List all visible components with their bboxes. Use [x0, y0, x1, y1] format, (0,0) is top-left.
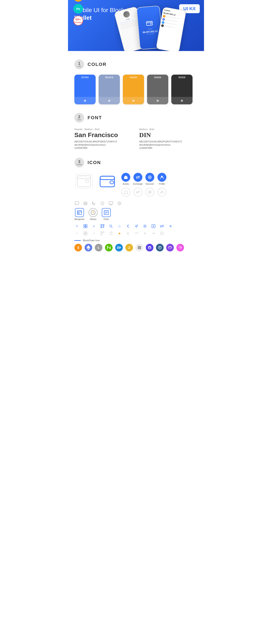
chevron-left-gray-icon [126, 231, 130, 236]
svg-rect-22 [109, 202, 113, 204]
svg-rect-51 [84, 232, 85, 233]
swap-icon [160, 224, 164, 229]
profile-outline-icon [158, 188, 166, 196]
hero-badges: Ps 60+ Screens [73, 0, 83, 26]
nav-icon-exchange-outline [133, 188, 142, 196]
svg-point-25 [119, 202, 120, 203]
check-gray-icon: ✓ [92, 231, 96, 236]
svg-rect-19 [75, 202, 79, 204]
svg-marker-62 [86, 248, 90, 250]
icon-section-header: 3 THREE ICON [74, 158, 198, 168]
discover-icon [145, 173, 154, 182]
svg-rect-55 [101, 232, 102, 233]
svg-point-65 [140, 246, 141, 247]
icon-section: Assets Exchange [74, 173, 198, 252]
color-section-header: 1 ONE COLOR [74, 60, 198, 69]
info-gray-icon [160, 231, 164, 236]
hero-section: Mobile UI for Blockchain Wallet UI Kit P… [68, 0, 204, 51]
wallet-icon-blue [98, 173, 117, 190]
moon-icon [92, 201, 96, 206]
icon-title: ICON [88, 160, 101, 165]
svg-point-69 [138, 248, 139, 249]
phone-mockups: Profile myW [115, 2, 204, 51]
layers-icon [83, 201, 88, 206]
small-icons-blue-row: + ✓ ☆ [74, 224, 198, 229]
svg-rect-37 [86, 226, 87, 228]
management-icon [75, 208, 84, 217]
crypto-bitcoin: ₿ [74, 244, 82, 252]
chevron-left-icon [126, 224, 130, 229]
svg-point-21 [101, 202, 104, 205]
font-block-din: Medium · Bold DIN ABCDEFGHIJKLMNOPQRSTUV… [139, 128, 198, 149]
font-block-sf: Regular · Medium · Bold San Francisco AB… [74, 128, 133, 149]
crypto-dash [115, 244, 123, 252]
assets-outline-icon [121, 188, 130, 196]
svg-point-13 [149, 176, 150, 178]
section-number-3: 3 THREE [74, 158, 84, 168]
svg-point-70 [139, 248, 140, 249]
ps-badge: Ps [73, 4, 83, 14]
svg-rect-8 [100, 176, 114, 180]
svg-rect-52 [86, 232, 87, 233]
color-title: COLOR [88, 62, 106, 67]
font-title: FONT [88, 115, 102, 120]
sketch-badge [73, 0, 83, 2]
discover-outline-icon [145, 188, 154, 196]
nav-icons-filled: Assets Exchange [121, 173, 166, 196]
svg-rect-36 [84, 226, 85, 228]
svg-rect-53 [84, 234, 85, 235]
font-section-header: 2 TWO FONT [74, 113, 198, 123]
svg-rect-57 [101, 234, 102, 235]
svg-point-68 [140, 247, 141, 248]
crypto-ethereum [84, 244, 92, 252]
chat2-icon [108, 201, 114, 206]
nav-icon-assets-outline [121, 188, 130, 196]
svg-rect-1 [146, 21, 152, 23]
svg-line-48 [112, 227, 112, 228]
exchange-outline-icon [134, 188, 142, 196]
chat-icon [74, 201, 80, 206]
nav-icon-profile: Profile [157, 173, 166, 185]
nav-icon-profile-outline [157, 188, 166, 196]
svg-rect-5 [77, 176, 90, 179]
mgmt-icon-history: History [88, 208, 98, 220]
crypto-stratis [146, 244, 154, 252]
profile-icon [158, 173, 166, 182]
check-icon: ✓ [92, 224, 96, 229]
mgmt-icon-order: Order [102, 208, 111, 220]
qr-icon [100, 224, 105, 229]
settings-icon [142, 224, 148, 229]
svg-rect-11 [125, 178, 126, 179]
swatch-blue: 3574FA [74, 74, 96, 104]
section-number-1: 1 ONE [74, 60, 84, 69]
history-icon [88, 208, 98, 217]
swatch-black: 303030 [171, 74, 192, 104]
svg-rect-43 [101, 227, 102, 228]
small-icons-gray-row: + ✓ ★ ✕ [74, 231, 198, 236]
swatch-dark-gray: 666666 [147, 74, 168, 104]
nav-icon-assets: Assets [121, 173, 130, 185]
crypto-iota [136, 244, 143, 252]
svg-point-64 [139, 246, 140, 247]
svg-point-2 [150, 23, 152, 24]
svg-rect-42 [103, 225, 104, 225]
phone-mockup-3: myWallet + $6,297,502.12 ₿ ♦ [156, 7, 186, 51]
svg-point-16 [148, 191, 151, 194]
star-filled-icon: ★ [117, 231, 122, 236]
color-swatches: 3574FA 8DA0C8 F5A623 666666 303030 [74, 74, 198, 104]
crypto-matic [166, 244, 174, 252]
svg-rect-27 [77, 211, 82, 212]
crypto-aragon [156, 244, 164, 252]
section-number-2: 2 TWO [74, 113, 84, 123]
svg-point-20 [84, 202, 87, 203]
info-icon [117, 201, 122, 206]
swatch-orange: F5A623 [123, 74, 144, 104]
grid-icon [83, 224, 88, 229]
svg-marker-61 [86, 245, 90, 248]
main-content: 1 ONE COLOR 3574FA 8DA0C8 F5A623 666666 [68, 60, 204, 252]
circle-icon [100, 201, 105, 206]
download-icon [151, 224, 156, 229]
close-icon: ✕ [168, 224, 173, 229]
nav-icon-exchange: Exchange [133, 173, 142, 185]
crypto-polygon [176, 244, 184, 252]
